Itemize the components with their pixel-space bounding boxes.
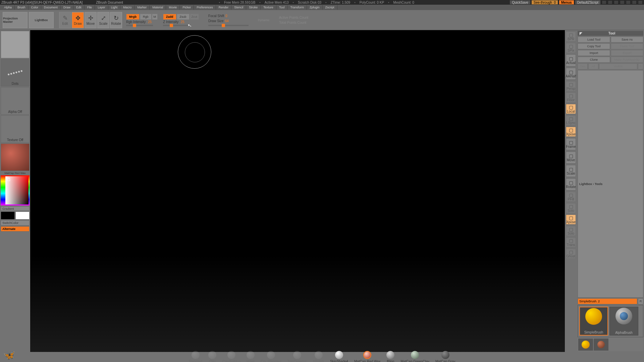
dynamic-toggle[interactable]: Dynamic	[258, 18, 270, 22]
visible-button[interactable]: Visible	[599, 63, 637, 69]
primary-color-swatch[interactable]	[15, 212, 30, 220]
menus-button[interactable]: Menus	[559, 0, 574, 4]
layout-icon[interactable]	[602, 0, 606, 4]
all-button[interactable]: All	[588, 63, 598, 69]
stroke-slot[interactable]: Dots	[1, 59, 30, 86]
maximize-icon[interactable]	[632, 0, 637, 4]
m-button[interactable]: M	[152, 14, 158, 20]
menu-draw[interactable]: Draw	[61, 5, 73, 10]
load-tool-button[interactable]: Load Tool	[578, 37, 610, 43]
menu-file[interactable]: File	[85, 5, 95, 10]
menu-stroke[interactable]: Stroke	[246, 5, 261, 10]
default-zscript-button[interactable]: DefaultZScript	[575, 0, 600, 4]
rstrip-pfill-button[interactable]: ▢PFill	[566, 192, 576, 202]
menu-movie[interactable]: Movie	[166, 5, 180, 10]
tray-hpolish[interactable]: hPolish	[313, 351, 324, 362]
menu-edit[interactable]: Edit	[73, 5, 85, 10]
zsub-button[interactable]: Zsub	[177, 14, 190, 20]
move-mode-button[interactable]: ✢Move	[85, 12, 97, 28]
tray-trimdynamic[interactable]: TrimDynamic	[287, 351, 307, 362]
geo-button[interactable]: Geo	[578, 63, 588, 69]
export-button[interactable]: Export	[611, 50, 643, 56]
lightbox-tools-button[interactable]: Lightbox › Tools	[578, 70, 643, 298]
save-as-button[interactable]: Save As	[611, 37, 643, 43]
mrgb-button[interactable]: Mrgb	[126, 14, 140, 20]
focal-shift-slider[interactable]: Focal Shift0	[208, 14, 249, 18]
mini-thumb-simplebrush[interactable]	[578, 339, 593, 351]
tool-thumb-alphabrush[interactable]: AlphaBrush	[609, 307, 638, 336]
scale-mode-button[interactable]: ⤢Scale	[97, 12, 109, 28]
rstrip-spix-button[interactable]: ▢SPix	[566, 43, 576, 53]
edit-mode-button[interactable]: ✎Edit	[59, 12, 71, 28]
menu-material[interactable]: Material	[150, 5, 166, 10]
menu-color[interactable]: Color	[29, 5, 42, 10]
draw-mode-button[interactable]: ✥Draw	[72, 12, 84, 28]
menu-alpha[interactable]: Alpha	[1, 5, 15, 10]
rstrip-lsync-button[interactable]: ▢LSync	[566, 115, 576, 125]
material-slot[interactable]	[1, 143, 30, 171]
tray-claybuildup[interactable]: ClayBuildup	[222, 351, 240, 362]
tool-panel-header[interactable]: ◤ Tool	[578, 31, 643, 36]
minimize-icon[interactable]	[626, 0, 631, 4]
menu-transform[interactable]: Transform	[287, 5, 307, 10]
seethrough-toggle[interactable]: See-through 0	[532, 0, 558, 4]
lightbox-button[interactable]: LightBox	[29, 12, 54, 28]
menu-zplugin[interactable]: Zplugin	[307, 5, 323, 10]
tray-matcap-greenclay[interactable]: MatCap GreenClay	[400, 351, 429, 362]
rstrip-rotate-button[interactable]: ▢Rotate	[566, 178, 576, 190]
alternate-button[interactable]: Alternate	[1, 226, 30, 232]
rstrip-xpose-button[interactable]: ▢Xpose	[566, 215, 576, 225]
zadd-button[interactable]: Zadd	[163, 14, 176, 20]
tray-move[interactable]: Move	[246, 351, 254, 362]
menu-layer[interactable]: Layer	[95, 5, 108, 10]
rstrip-xpose-button[interactable]: ▢Xpose	[566, 127, 576, 137]
collapse-icon[interactable]: ◤	[580, 32, 582, 35]
rgb-intensity-slider[interactable]: Rgb Intensity 25	[126, 20, 158, 24]
rstrip-solo-button[interactable]: ▢Solo	[566, 203, 576, 213]
menu-texture[interactable]: Texture	[261, 5, 276, 10]
rstrip-aahalf-button[interactable]: ▢AAHalf	[566, 68, 576, 80]
make-polymesh-button[interactable]: Make PolyMesh3D	[611, 57, 643, 63]
tray-clay[interactable]: Clay	[208, 351, 216, 362]
rstrip-bpr-button[interactable]: ▢BPR	[566, 32, 576, 42]
r-button[interactable]: R	[638, 63, 643, 69]
menu-tool[interactable]: Tool	[276, 5, 288, 10]
menu-light[interactable]: Light	[108, 5, 121, 10]
paste-tool-button[interactable]: Paste Tool	[611, 43, 643, 49]
copy-tool-button[interactable]: Copy Tool	[578, 43, 610, 49]
rgb-button[interactable]: Rgb	[140, 14, 152, 20]
r2-button[interactable]: R	[638, 298, 643, 304]
rstrip-scale-button[interactable]: ▢Scale	[566, 165, 576, 177]
menu-macro[interactable]: Macro	[120, 5, 135, 10]
layout-icon-4[interactable]	[620, 0, 625, 4]
quicksave-button[interactable]: QuickSave	[510, 0, 530, 4]
switchcolor-button[interactable]: SwitchColor	[1, 220, 30, 226]
tray-standard[interactable]: Standard	[189, 351, 203, 362]
brush-slot[interactable]	[1, 31, 30, 58]
layout-icon-3[interactable]	[614, 0, 619, 4]
rstrip-local-button[interactable]: ▢Local	[566, 104, 576, 114]
tray-matcap-gray[interactable]: MatCap Gray	[435, 351, 455, 362]
layout-icon-2[interactable]	[608, 0, 612, 4]
tray-skinshade4[interactable]: SkinShade4	[330, 351, 348, 362]
menu-document[interactable]: Document	[41, 5, 61, 10]
menu-preferences[interactable]: Preferences	[194, 5, 216, 10]
secondary-color-swatch[interactable]	[1, 212, 15, 220]
tray-cm_standard[interactable]: Cm_Standard	[261, 351, 281, 362]
clone-button[interactable]: Clone	[578, 57, 610, 63]
tool-thumb-simplebrush[interactable]: SimpleBrush	[579, 307, 608, 336]
import-button[interactable]: Import	[578, 50, 610, 56]
rstrip-floor-button[interactable]: ▢Floor	[566, 93, 576, 103]
menu-zscript[interactable]: Zscript	[323, 5, 337, 10]
projection-master-button[interactable]: Projection Master	[3, 12, 28, 28]
rstrip-frame-button[interactable]: ▢Frame	[566, 138, 576, 150]
zcut-button[interactable]: Zcut	[190, 14, 199, 20]
canvas[interactable]: ↖	[30, 30, 565, 352]
rstrip-solo-button[interactable]: ▢Solo	[566, 226, 576, 236]
rstrip-ghost-button[interactable]: ▢Ghost	[566, 249, 576, 259]
tray-blinn[interactable]: Blinn	[386, 351, 394, 362]
menu-stencil[interactable]: Stencil	[231, 5, 246, 10]
rstrip-move-button[interactable]: ▢Move	[566, 152, 576, 164]
draw-size-slider[interactable]: Draw Size64	[208, 19, 249, 23]
mini-thumb-eraserbrush[interactable]	[594, 339, 608, 351]
